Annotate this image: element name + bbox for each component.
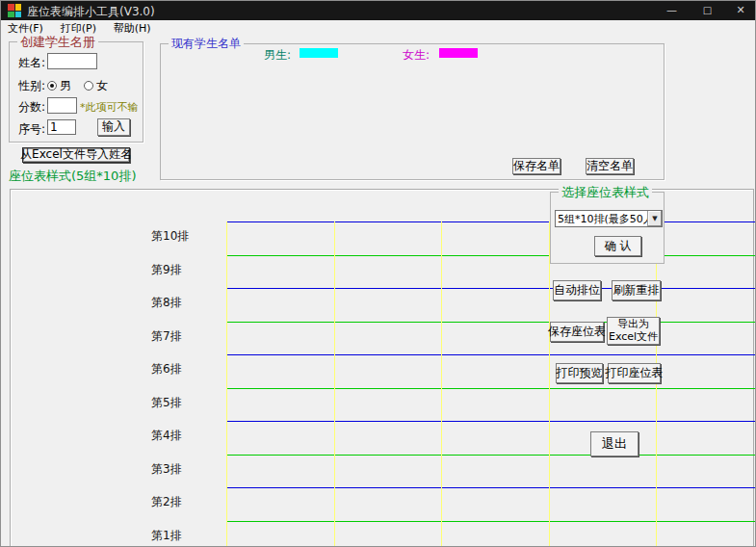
style-panel: 选择座位表样式 5组*10排(最多50人) ▼ 确 认 <box>550 192 665 264</box>
close-button[interactable]: ✕ <box>725 1 756 20</box>
import-excel-button[interactable]: 从Excel文件导入姓名 <box>22 147 130 163</box>
save-chart-button[interactable]: 保存座位表 <box>550 322 604 342</box>
app-icon <box>8 4 21 17</box>
column-line <box>441 221 442 547</box>
row-line <box>226 421 755 422</box>
style-combo[interactable]: 5组*10排(最多50人) ▼ <box>555 210 663 227</box>
maximize-button[interactable]: □ <box>690 1 725 20</box>
menu-bar: 文件(F) 打印(P) 帮助(H) <box>1 20 755 37</box>
column-line <box>656 221 657 547</box>
female-legend-label: 女生: <box>403 47 430 64</box>
reshuffle-button[interactable]: 刷新重排 <box>612 280 661 300</box>
row-label: 第2排 <box>151 494 195 510</box>
row-label: 第8排 <box>151 295 195 311</box>
male-legend-label: 男生: <box>264 47 291 64</box>
female-radio[interactable] <box>84 81 93 91</box>
confirm-button[interactable]: 确 认 <box>594 236 641 256</box>
row-line <box>226 288 755 289</box>
row-line <box>226 354 755 355</box>
score-note: *此项可不输 <box>80 100 139 115</box>
combo-dropdown-icon[interactable]: ▼ <box>647 211 662 226</box>
style-panel-title: 选择座位表样式 <box>559 184 652 201</box>
row-line <box>226 455 755 456</box>
app-window: 座位表编排小工具(V3.0) — □ ✕ 文件(F) 打印(P) 帮助(H) 第… <box>0 0 756 547</box>
title-bar: 座位表编排小工具(V3.0) — □ ✕ <box>1 1 755 20</box>
export-excel-line2: Excel文件 <box>609 331 658 343</box>
column-line <box>226 221 227 547</box>
student-list-title: 现有学生名单 <box>169 36 244 52</box>
gender-label: 性别: <box>18 78 45 94</box>
number-input[interactable] <box>47 119 76 135</box>
row-label: 第10排 <box>151 228 195 245</box>
column-line <box>334 221 335 547</box>
row-line <box>226 221 755 222</box>
score-input[interactable] <box>47 97 77 114</box>
female-color-swatch <box>439 48 478 58</box>
clear-list-button[interactable]: 清空名单 <box>586 158 634 174</box>
export-excel-line1: 导出为 <box>617 319 649 330</box>
menu-help[interactable]: 帮助(H) <box>107 20 158 36</box>
row-label: 第5排 <box>151 395 195 411</box>
row-label: 第4排 <box>151 428 195 444</box>
female-radio-label: 女 <box>96 78 108 94</box>
male-radio[interactable] <box>47 81 57 91</box>
auto-arrange-button[interactable]: 自动排位 <box>553 280 601 300</box>
row-line <box>226 322 755 323</box>
male-radio-label: 男 <box>60 78 71 94</box>
name-input[interactable] <box>47 53 97 69</box>
row-line <box>226 521 755 522</box>
column-line <box>549 221 550 547</box>
window-title: 座位表编排小工具(V3.0) <box>27 4 155 20</box>
print-preview-button[interactable]: 打印预览 <box>556 363 603 383</box>
number-label: 序号: <box>18 121 45 138</box>
row-label: 第9排 <box>151 262 195 278</box>
input-button[interactable]: 输入 <box>97 118 130 136</box>
style-combo-value: 5组*10排(最多50人) <box>558 212 647 226</box>
row-label: 第1排 <box>151 528 195 544</box>
export-excel-button[interactable]: 导出为 Excel文件 <box>607 317 660 345</box>
row-label: 第6排 <box>151 361 195 378</box>
row-label: 第3排 <box>151 461 195 478</box>
roster-panel-title: 创建学生名册 <box>17 34 98 51</box>
minimize-button[interactable]: — <box>654 1 690 20</box>
score-label: 分数: <box>18 99 45 116</box>
seating-style-caption: 座位表样式(5组*10排) <box>9 168 136 185</box>
name-label: 姓名: <box>18 55 45 71</box>
male-color-swatch <box>300 48 338 58</box>
row-label: 第7排 <box>151 328 195 345</box>
row-line <box>226 487 755 488</box>
row-line <box>226 255 755 256</box>
row-line <box>226 388 755 389</box>
print-chart-button[interactable]: 打印座位表 <box>608 363 661 383</box>
save-list-button[interactable]: 保存名单 <box>512 158 560 174</box>
exit-button[interactable]: 退出 <box>590 431 639 456</box>
